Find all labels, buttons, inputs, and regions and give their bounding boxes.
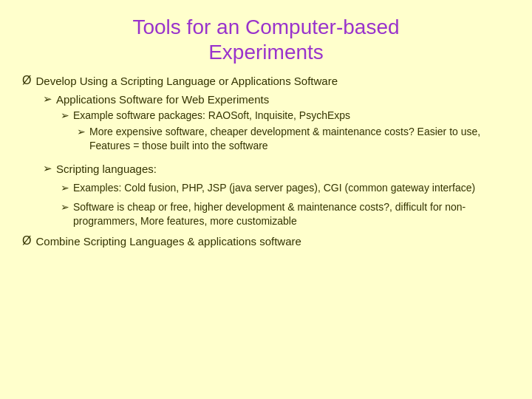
list-item: ➢ Applications Software for Web Experime… (43, 92, 510, 107)
arrow-icon: Ø (22, 234, 31, 248)
item-text: Develop Using a Scripting Language or Ap… (35, 73, 510, 89)
item-text: Combine Scripting Languages & applicatio… (35, 233, 510, 249)
level2-block: ➢ Applications Software for Web Experime… (43, 92, 510, 154)
item-text: Example software packages: RAOSoft, Inqu… (73, 109, 510, 123)
arrow-icon: ➢ (61, 182, 69, 194)
list-item: ➢ Scripting languages: (43, 161, 510, 177)
item-text: Applications Software for Web Experiment… (56, 92, 510, 107)
item-text: Software is cheap or free, higher develo… (73, 200, 510, 229)
level3-block: ➢ Examples: Cold fusion, PHP, JSP (java … (61, 181, 510, 229)
arrow-icon: Ø (22, 74, 31, 87)
arrow-icon: ➢ (43, 162, 52, 175)
slide-title: Tools for an Computer-based Experiments (22, 15, 510, 64)
arrow-icon: ➢ (77, 126, 86, 137)
arrow-icon: ➢ (61, 201, 69, 213)
item-text: Scripting languages: (56, 161, 510, 177)
item-text: Examples: Cold fusion, PHP, JSP (java se… (73, 181, 510, 196)
level3-block: ➢ Example software packages: RAOSoft, In… (61, 109, 510, 154)
arrow-icon: ➢ (43, 92, 52, 106)
level4-block: ➢ More expensive software, cheaper devel… (77, 125, 510, 154)
slide: Tools for an Computer-based Experiments … (0, 0, 532, 399)
list-item: ➢ Example software packages: RAOSoft, In… (61, 109, 510, 123)
item-text: More expensive software, cheaper develop… (89, 125, 510, 154)
list-item: ➢ More expensive software, cheaper devel… (77, 125, 510, 154)
list-item: Ø Combine Scripting Languages & applicat… (22, 233, 510, 249)
title-line2: Experiments (208, 41, 324, 64)
list-item: ➢ Examples: Cold fusion, PHP, JSP (java … (61, 181, 510, 196)
list-item: ➢ Software is cheap or free, higher deve… (61, 200, 510, 229)
level2-block: ➢ Scripting languages: ➢ Examples: Cold … (43, 161, 510, 229)
title-line1: Tools for an Computer-based (132, 16, 399, 38)
arrow-icon: ➢ (61, 109, 69, 121)
list-item: Ø Develop Using a Scripting Language or … (22, 73, 510, 89)
slide-content: Ø Develop Using a Scripting Language or … (22, 73, 510, 249)
